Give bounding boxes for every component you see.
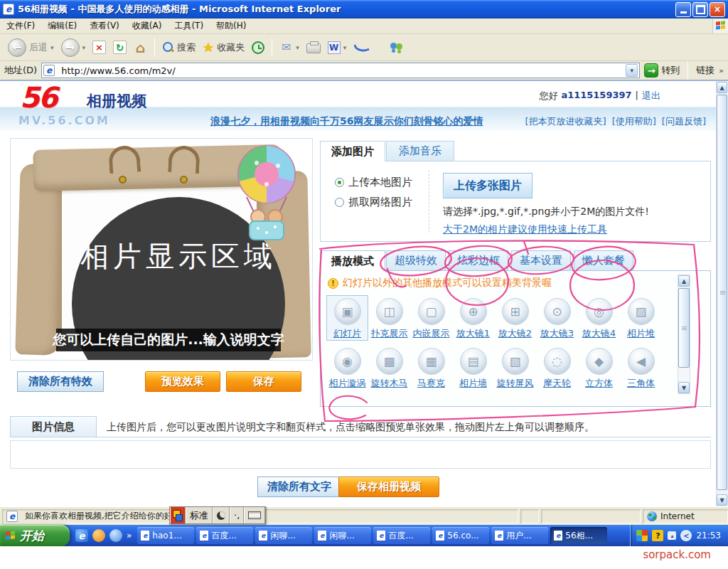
stop-button[interactable]: × — [89, 39, 109, 55]
promo-tagline-link[interactable]: 浪漫七夕，用相册视频向千万56网友展示你们刻骨铭心的爱情 — [210, 115, 483, 128]
save-button[interactable]: 保存 — [226, 371, 301, 392]
effect-cube[interactable]: ◆ 立方体 — [578, 345, 620, 390]
address-field[interactable]: e ▾ — [41, 63, 640, 78]
radio-local-row[interactable]: 上传本地图片 — [335, 176, 412, 189]
clear-all-text-button[interactable]: 清除所有文字 — [257, 477, 341, 497]
site-logo-number[interactable]: 56 — [20, 81, 57, 114]
effect-label[interactable]: 放大镜4 — [582, 327, 616, 340]
ime-punctuation-button[interactable]: ·, — [230, 507, 244, 523]
effect-label[interactable]: 扑克展示 — [371, 327, 408, 340]
effect-label[interactable]: 马赛克 — [417, 377, 445, 390]
effect-label[interactable]: 相片堆 — [627, 327, 655, 340]
address-input[interactable] — [61, 65, 623, 76]
fast-upload-tool-link[interactable]: 大于2M的相片建议使用快速上传工具 — [443, 223, 607, 236]
preview-button[interactable]: 预览效果 — [145, 371, 220, 392]
photo-info-tab[interactable]: 图片信息 — [10, 416, 97, 437]
radio-local-selected[interactable] — [335, 178, 344, 187]
taskbar-button[interactable]: e 闲聊... — [255, 527, 312, 544]
effect-label[interactable]: 内嵌展示 — [413, 327, 450, 340]
quicklaunch-chevron-icon[interactable]: » — [127, 531, 132, 541]
restore-button[interactable] — [692, 2, 708, 17]
menu-help[interactable]: 帮助(H) — [210, 18, 252, 33]
effect-label[interactable]: 放大镜1 — [456, 327, 490, 340]
effect-inline[interactable]: ▢ 内嵌展示 — [410, 295, 452, 341]
tiger-app-icon[interactable] — [92, 529, 105, 542]
word-dropdown-icon[interactable]: ▾ — [343, 44, 347, 51]
upload-multi-button[interactable]: 上传多张图片 — [443, 173, 532, 198]
search-button[interactable]: 搜索 — [159, 40, 199, 55]
effect-label[interactable]: 放大镜2 — [498, 327, 532, 340]
tab-play-mode[interactable]: 播放模式 — [320, 250, 385, 271]
effect-label[interactable]: 幻灯片 — [333, 327, 361, 340]
tray-ime-icon[interactable] — [636, 530, 648, 541]
menu-tools[interactable]: 工具(T) — [168, 18, 210, 33]
print-button[interactable] — [303, 40, 324, 55]
effect-label[interactable]: 旋转木马 — [371, 377, 408, 390]
home-button[interactable]: ⌂ — [130, 39, 151, 55]
effect-photo-wall[interactable]: ▤ 相片墙 — [452, 345, 494, 390]
tray-help-icon[interactable]: ? — [652, 530, 663, 541]
back-dropdown-icon[interactable]: ▾ — [50, 44, 54, 51]
go-button[interactable]: → 转到 — [644, 63, 680, 78]
taskbar-button[interactable]: e 闲聊... — [314, 527, 371, 544]
page-scrollbar[interactable]: ▲ ▼ — [716, 81, 728, 506]
scroll-up-icon[interactable]: ▲ — [678, 275, 690, 287]
effect-mosaic[interactable]: ▦ 马赛克 — [410, 345, 452, 390]
menu-file[interactable]: 文件(F) — [0, 18, 41, 33]
messenger-quicklaunch-icon[interactable] — [109, 529, 122, 542]
mail-dropdown-icon[interactable]: ▾ — [296, 44, 299, 51]
effect-label[interactable]: 摩天轮 — [543, 377, 571, 390]
logout-link[interactable]: 退出 — [642, 90, 660, 102]
tab-super-effects[interactable]: 超级特效 — [386, 250, 446, 271]
save-album-video-button[interactable]: 保存相册视频 — [338, 477, 439, 497]
effect-magnifier-2[interactable]: ⊞ 放大镜2 — [494, 295, 536, 341]
back-button[interactable]: ← 后退 ▾ — [4, 37, 58, 58]
bookmark-link[interactable]: [把本页放进收藏夹] — [525, 115, 606, 128]
effect-label[interactable]: 相片漩涡 — [329, 377, 366, 390]
effect-magnifier-1[interactable]: ⊕ 放大镜1 — [452, 295, 494, 341]
effect-label[interactable]: 相片墙 — [459, 377, 487, 390]
taskbar-button[interactable]: e 百度... — [373, 527, 430, 544]
effect-ferris-wheel[interactable]: ◌ 摩天轮 — [536, 345, 578, 390]
favorites-button[interactable]: ★ 收藏夹 — [199, 38, 248, 56]
clear-effects-button[interactable]: 清除所有特效 — [17, 371, 104, 392]
radio-web-row[interactable]: 抓取网络图片 — [335, 196, 412, 209]
menu-edit[interactable]: 编辑(E) — [41, 18, 83, 33]
effect-pyramid[interactable]: ◀ 三角体 — [620, 345, 662, 390]
help-link[interactable]: [使用帮助] — [612, 115, 656, 128]
tab-lazy-package[interactable]: 懒人套餐 — [574, 250, 633, 271]
messenger-button[interactable] — [385, 40, 408, 55]
effect-magnifier-3[interactable]: ⊙ 放大镜3 — [536, 295, 578, 341]
scroll-down-icon[interactable]: ▼ — [678, 382, 690, 393]
effect-poker[interactable]: ◫ 扑克展示 — [368, 295, 410, 341]
links-label[interactable]: 链接 — [696, 64, 714, 77]
effect-photo-pile[interactable]: ▨ 相片堆 — [620, 295, 662, 341]
effects-scrollbar-thumb[interactable] — [678, 288, 690, 368]
ime-softkeyboard-button[interactable] — [244, 507, 265, 523]
effect-magnifier-4[interactable]: ◎ 放大镜4 — [578, 295, 620, 341]
taskbar-button[interactable]: e 56.co... — [432, 527, 489, 544]
page-scrollbar-thumb[interactable] — [717, 95, 727, 490]
forward-button[interactable]: → ▾ — [58, 37, 90, 58]
tab-basic-settings[interactable]: 基本设置 — [511, 250, 571, 271]
ime-logo-icon[interactable] — [170, 507, 186, 523]
taskbar-button-active[interactable]: e 56相... — [550, 527, 607, 544]
photo-caption-bar[interactable]: 您可以上传自己的图片...输入说明文字 — [56, 329, 281, 351]
effect-label[interactable]: 放大镜3 — [540, 327, 574, 340]
mail-button[interactable]: ✉ ▾ — [276, 39, 303, 55]
edit-tool-button[interactable] — [350, 40, 373, 55]
ie-quicklaunch-icon[interactable]: e — [75, 529, 88, 542]
address-dropdown-icon[interactable]: ▾ — [626, 64, 638, 77]
feedback-link[interactable]: [问题反馈] — [662, 115, 706, 128]
effect-label[interactable]: 三角体 — [627, 377, 655, 390]
radio-web[interactable] — [335, 198, 344, 207]
tray-expand-icon[interactable]: ▴ — [668, 531, 676, 540]
ime-mode-button[interactable]: 标准 — [186, 507, 213, 523]
refresh-button[interactable]: ↻ — [109, 39, 130, 55]
ime-fullwidth-button[interactable] — [213, 507, 230, 523]
scroll-down-icon[interactable]: ▼ — [717, 494, 727, 506]
tab-add-photos[interactable]: 添加图片 — [320, 141, 385, 161]
effect-rotating-screen[interactable]: ▧ 旋转屏风 — [494, 345, 536, 390]
scroll-up-icon[interactable]: ▲ — [717, 82, 727, 93]
taskbar-button[interactable]: e 百度... — [196, 527, 253, 544]
